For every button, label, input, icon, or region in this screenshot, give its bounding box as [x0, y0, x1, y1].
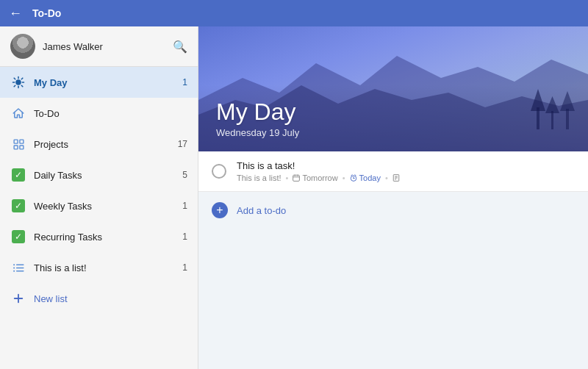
svg-rect-11 [14, 145, 18, 148]
task-due-label: Tomorrow [302, 173, 337, 182]
sidebar-item-to-do-label: To-Do [34, 108, 187, 119]
sidebar-item-daily-tasks[interactable]: ✓ Daily Tasks 5 [0, 160, 198, 190]
svg-point-18 [13, 270, 15, 271]
sidebar-item-weekly-tasks-count: 1 [182, 201, 187, 211]
svg-rect-27 [293, 175, 300, 181]
sidebar-item-my-day[interactable]: My Day 1 [0, 67, 198, 98]
add-todo-label: Add a to-do [237, 205, 286, 216]
alarm-icon [350, 174, 357, 182]
avatar [10, 34, 35, 59]
list-icon [10, 259, 26, 276]
sidebar-item-projects[interactable]: Projects 17 [0, 129, 198, 160]
task-details: This is a task! This is a list! • [237, 160, 575, 182]
svg-line-5 [14, 78, 15, 79]
topbar: ← To-Do [0, 0, 588, 26]
note-icon [392, 174, 400, 182]
content-date: Wednesday 19 July [216, 127, 570, 138]
task-area: This is a task! This is a list! • [198, 151, 588, 369]
search-icon[interactable]: 🔍 [173, 40, 187, 54]
svg-line-35 [354, 175, 355, 176]
task-complete-checkbox[interactable] [212, 164, 226, 179]
sidebar-item-projects-count: 17 [178, 139, 187, 149]
sidebar-item-this-is-a-list[interactable]: This is a list! 1 [0, 252, 198, 283]
sidebar-item-my-day-label: My Day [34, 77, 182, 88]
new-list-button[interactable]: New list [0, 283, 198, 314]
svg-line-6 [21, 85, 23, 87]
task-note-meta [392, 174, 400, 182]
task-title: This is a task! [237, 160, 575, 171]
svg-point-17 [13, 267, 15, 268]
content-title: My Day [216, 98, 570, 126]
sidebar-item-recurring-tasks[interactable]: ✓ Recurring Tasks 1 [0, 221, 198, 252]
sidebar-item-daily-tasks-label: Daily Tasks [34, 170, 182, 181]
add-todo-plus-icon: + [212, 202, 228, 218]
task-meta: This is a list! • Tomorrow [237, 173, 575, 182]
house-icon [10, 105, 26, 121]
task-item: This is a task! This is a list! • [198, 151, 588, 192]
svg-rect-12 [19, 145, 23, 148]
sidebar-item-this-is-a-list-label: This is a list! [34, 262, 182, 273]
sun-icon [10, 74, 26, 90]
plus-icon [10, 290, 26, 307]
grid-icon [10, 136, 26, 152]
user-name: James Walker [43, 41, 173, 52]
sidebar-header: James Walker 🔍 [0, 26, 198, 67]
calendar-icon [293, 174, 300, 182]
back-icon[interactable]: ← [9, 6, 22, 21]
sidebar-item-this-is-a-list-count: 1 [182, 262, 187, 273]
task-due-meta: Tomorrow [293, 173, 337, 182]
new-list-label: New list [34, 293, 187, 304]
sidebar-item-weekly-tasks[interactable]: ✓ Weekly Tasks 1 [0, 190, 198, 221]
sidebar-item-weekly-tasks-label: Weekly Tasks [34, 201, 182, 212]
sidebar: James Walker 🔍 My Day 1 [0, 26, 198, 369]
content-area: My Day Wednesday 19 July This is a task!… [198, 26, 588, 369]
weekly-tasks-check-icon: ✓ [10, 198, 26, 214]
task-list-name: This is a list! [237, 173, 282, 182]
sidebar-item-recurring-tasks-label: Recurring Tasks [34, 232, 182, 243]
sidebar-item-recurring-tasks-count: 1 [182, 232, 187, 242]
recurring-tasks-check-icon: ✓ [10, 229, 26, 245]
svg-line-7 [21, 78, 23, 79]
svg-rect-9 [14, 140, 18, 143]
svg-point-16 [13, 264, 15, 265]
sidebar-item-my-day-count: 1 [182, 77, 187, 87]
sidebar-item-to-do[interactable]: To-Do [0, 98, 198, 129]
sidebar-item-projects-label: Projects [34, 139, 178, 150]
add-todo-row[interactable]: + Add a to-do [198, 192, 588, 229]
svg-point-0 [15, 79, 21, 85]
task-reminder-meta: Today [350, 173, 381, 182]
svg-line-8 [14, 85, 15, 87]
svg-line-34 [351, 175, 351, 176]
topbar-title: To-Do [32, 7, 61, 19]
task-reminder-label: Today [359, 173, 381, 182]
task-list-meta: This is a list! [237, 173, 282, 182]
main-layout: James Walker 🔍 My Day 1 [0, 26, 588, 369]
daily-tasks-check-icon: ✓ [10, 167, 26, 183]
svg-rect-10 [19, 140, 23, 143]
content-header: My Day Wednesday 19 July [198, 26, 588, 151]
sidebar-item-daily-tasks-count: 5 [182, 170, 187, 180]
